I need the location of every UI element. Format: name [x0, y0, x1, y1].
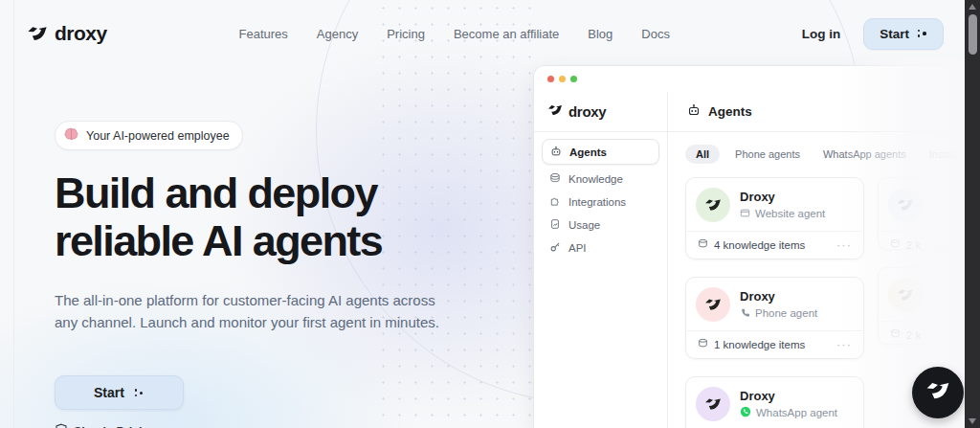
- puzzle-icon: [549, 195, 561, 209]
- sidebar-item-integrations[interactable]: Integrations: [542, 191, 659, 214]
- login-link[interactable]: Log in: [802, 27, 841, 41]
- maximize-window-icon[interactable]: [570, 76, 577, 82]
- agent-card-whatsapp[interactable]: Droxy WhatsApp agent: [685, 376, 864, 428]
- nav-link-pricing[interactable]: Pricing: [387, 27, 425, 41]
- tab-all[interactable]: All: [685, 145, 720, 164]
- sidebar-item-label: Usage: [568, 219, 600, 231]
- card-footer: 4 knowledge items ···: [686, 232, 863, 259]
- agent-avatar: [888, 278, 923, 312]
- top-nav: droxy Features Agency Pricing Become an …: [27, 0, 944, 67]
- browser-scrollbar[interactable]: [965, 0, 980, 428]
- scrollbar-thumb[interactable]: [969, 14, 977, 55]
- agent-name: Droxy: [740, 389, 837, 405]
- knowledge-count: 2 k: [906, 329, 921, 341]
- app-frame: droxy Agents: [534, 92, 969, 428]
- agent-avatar: [696, 188, 730, 222]
- pricing-note-label: Simple Pricing: [74, 425, 157, 428]
- agent-filter-tabs: All Phone agents WhatsApp agents Instagr…: [668, 132, 969, 164]
- usage-doc-icon: [549, 218, 561, 232]
- hero-description-line2: any channel. Launch and monitor your fir…: [55, 311, 457, 334]
- agent-name: Droxy: [740, 289, 817, 305]
- hero-title-line2: reliable AI agents: [55, 217, 457, 265]
- whatsapp-icon: [740, 406, 751, 419]
- nav-links: Features Agency Pricing Become an affili…: [238, 27, 669, 41]
- droxy-logo-icon: [925, 378, 950, 407]
- agent-type-label: Website agent: [755, 208, 825, 219]
- brand-logo[interactable]: droxy: [27, 22, 107, 45]
- sidebar-item-api[interactable]: API: [542, 237, 659, 259]
- agent-avatar: [696, 287, 730, 322]
- knowledge-stack-icon: [698, 338, 708, 350]
- product-demo-window: droxy Agents: [533, 65, 970, 428]
- window-traffic-lights: [534, 66, 969, 92]
- browser-icon: [740, 208, 750, 220]
- chat-widget-button[interactable]: [912, 367, 964, 418]
- robot-icon: [687, 103, 701, 120]
- droxy-logo-icon: [27, 23, 48, 44]
- hero-start-button[interactable]: Start: [55, 375, 184, 410]
- knowledge-stack-icon: [890, 328, 901, 341]
- agent-card-partial[interactable]: 2 k: [878, 267, 970, 345]
- agent-type: Phone agent: [740, 307, 817, 320]
- hero-description-line1: The all-in-one platform for customer-fac…: [55, 289, 457, 312]
- card-menu-button[interactable]: ···: [836, 341, 852, 349]
- landing-page: droxy Features Agency Pricing Become an …: [0, 0, 980, 428]
- knowledge-count: 4 knowledge items: [714, 239, 805, 251]
- brand-name: droxy: [55, 22, 107, 45]
- scroll-up-arrow-icon[interactable]: [969, 4, 976, 10]
- cursor-click-icon: [134, 387, 145, 398]
- shield-check-icon: [55, 423, 68, 428]
- scroll-down-arrow-icon[interactable]: [969, 418, 976, 424]
- agent-card-phone[interactable]: Droxy Phone agent: [685, 277, 864, 359]
- nav-link-docs[interactable]: Docs: [641, 27, 670, 41]
- hero-title: Build and deploy reliable AI agents: [55, 169, 457, 266]
- agent-type: Website agent: [740, 208, 825, 220]
- sidebar-item-label: Integrations: [568, 196, 626, 208]
- tab-phone-agents[interactable]: Phone agents: [727, 145, 808, 164]
- nav-actions: Log in Start: [802, 18, 944, 50]
- agent-card-column: Droxy Website agent: [685, 177, 864, 428]
- minimize-window-icon[interactable]: [559, 76, 566, 82]
- app-page-header: Agents: [668, 92, 969, 132]
- card-top: Droxy WhatsApp agent: [686, 377, 863, 428]
- sidebar-item-label: Knowledge: [568, 173, 623, 185]
- knowledge-count: 1 knowledge items: [714, 339, 805, 350]
- sidebar-item-agents[interactable]: Agents: [542, 139, 659, 165]
- app-brand-logo[interactable]: droxy: [534, 92, 667, 132]
- start-button-label: Start: [880, 27, 909, 41]
- key-icon: [549, 241, 561, 255]
- hero-cta-label: Start: [94, 385, 124, 400]
- card-menu-button[interactable]: ···: [836, 241, 852, 249]
- agent-avatar: [696, 387, 730, 421]
- knowledge-stack-icon: [890, 238, 901, 251]
- nav-link-blog[interactable]: Blog: [588, 27, 612, 41]
- agent-card-partial[interactable]: 2 k: [878, 177, 970, 250]
- app-sidebar: droxy Agents: [534, 92, 668, 428]
- tab-instagram-agents[interactable]: Instagram agents: [922, 145, 970, 164]
- cursor-click-icon: [917, 28, 927, 39]
- sidebar-item-knowledge[interactable]: Knowledge: [542, 168, 659, 191]
- agent-name: Droxy: [740, 190, 825, 206]
- knowledge-stack-icon: [698, 238, 708, 251]
- phone-icon: [740, 307, 750, 320]
- card-top: Droxy Website agent: [686, 178, 863, 231]
- card-top: Droxy Phone agent: [686, 278, 863, 330]
- knowledge-count: 2 k: [906, 239, 921, 251]
- sidebar-item-label: Agents: [569, 146, 607, 158]
- nav-link-features[interactable]: Features: [238, 27, 287, 41]
- brain-icon: [64, 127, 78, 144]
- nav-link-agency[interactable]: Agency: [317, 27, 358, 41]
- close-window-icon[interactable]: [547, 76, 554, 82]
- sidebar-item-label: API: [568, 242, 587, 254]
- hero-section: Your AI-powered employee Build and deplo…: [55, 121, 457, 428]
- agent-card-website[interactable]: Droxy Website agent: [685, 177, 864, 259]
- hero-description: The all-in-one platform for customer-fac…: [55, 289, 457, 334]
- nav-start-button[interactable]: Start: [863, 18, 944, 50]
- sidebar-item-usage[interactable]: Usage: [542, 214, 659, 237]
- tab-whatsapp-agents[interactable]: WhatsApp agents: [815, 145, 914, 164]
- sidebar-nav: Agents Knowledge: [534, 132, 667, 266]
- app-brand-name: droxy: [568, 103, 606, 120]
- nav-link-affiliate[interactable]: Become an affiliate: [454, 27, 559, 41]
- agent-avatar: [888, 188, 923, 222]
- knowledge-stack-icon: [549, 172, 561, 186]
